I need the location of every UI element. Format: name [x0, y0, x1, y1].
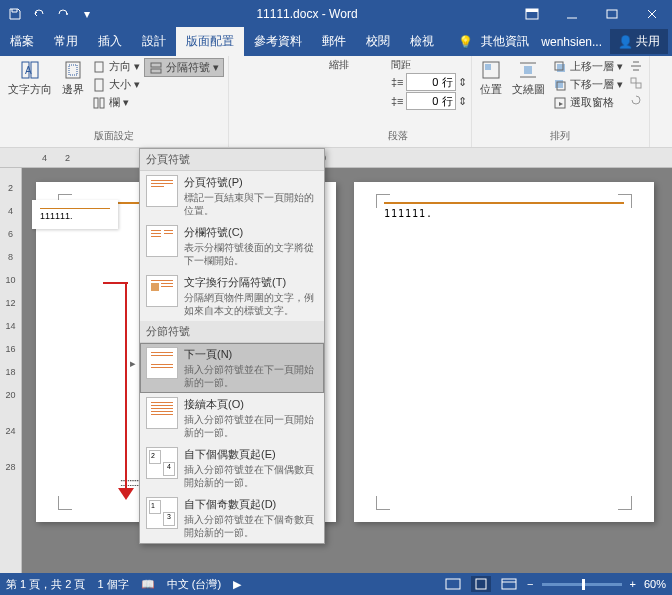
column-break-icon: [146, 225, 178, 257]
menu-column-break[interactable]: 分欄符號(C) 表示分欄符號後面的文字將從下一欄開始。: [140, 221, 324, 271]
web-layout-button[interactable]: [499, 576, 519, 592]
svg-rect-2: [526, 9, 538, 12]
spacing-before-input[interactable]: ‡≡ ⇕: [391, 73, 467, 91]
save-button[interactable]: [4, 3, 26, 25]
customize-qat-button[interactable]: ▾: [76, 3, 98, 25]
spacing-after-icon: ‡≡: [391, 95, 404, 107]
ribbon: A 文字方向 邊界 方向▾ 大小▾ 欄▾: [0, 56, 672, 148]
svg-rect-18: [524, 66, 532, 74]
section-breaks-header: 分節符號: [140, 321, 324, 343]
breaks-menu: 分頁符號 分頁符號(P) 標記一頁結束與下一頁開始的位置。 分欄符號(C) 表示…: [139, 148, 325, 544]
wrap-text-button[interactable]: 文繞圖: [508, 58, 549, 111]
zoom-level[interactable]: 60%: [644, 578, 666, 590]
svg-rect-21: [557, 64, 565, 72]
title-bar: ▾ 11111.docx - Word: [0, 0, 672, 28]
menu-page-break[interactable]: 分頁符號(P) 標記一頁結束與下一頁開始的位置。: [140, 171, 324, 221]
tab-design[interactable]: 設計: [132, 27, 176, 56]
page-overlay: 111111.: [32, 200, 118, 229]
spacing-before-icon: ‡≡: [391, 76, 404, 88]
rotate-button[interactable]: [627, 92, 645, 108]
tab-review[interactable]: 校閱: [356, 27, 400, 56]
odd-page-icon: 31: [146, 497, 178, 529]
zoom-slider[interactable]: [542, 583, 622, 586]
page-2[interactable]: 111111.: [354, 182, 654, 522]
text-direction-button[interactable]: A 文字方向: [4, 58, 56, 111]
svg-text:A: A: [25, 65, 32, 76]
redo-button[interactable]: [52, 3, 74, 25]
share-button[interactable]: 👤 共用: [610, 29, 668, 54]
print-layout-button[interactable]: [471, 576, 491, 592]
ribbon-group-page-setup: A 文字方向 邊界 方向▾ 大小▾ 欄▾: [0, 56, 229, 147]
group-button[interactable]: [627, 75, 645, 91]
tab-mail[interactable]: 郵件: [312, 27, 356, 56]
svg-rect-33: [502, 579, 516, 589]
text-wrap-icon: [146, 275, 178, 307]
menu-continuous[interactable]: 接續本頁(O) 插入分節符號並在同一頁開始新的一節。: [140, 393, 324, 443]
svg-rect-8: [66, 62, 80, 78]
spacing-after-input[interactable]: ‡≡ ⇕: [391, 92, 467, 110]
quick-access-toolbar: ▾: [0, 3, 102, 25]
tab-references[interactable]: 參考資料: [244, 27, 312, 56]
svg-rect-30: [636, 83, 641, 88]
svg-rect-4: [607, 10, 617, 18]
continuous-icon: [146, 397, 178, 429]
svg-rect-23: [555, 80, 563, 88]
minimize-button[interactable]: [552, 0, 592, 28]
svg-rect-32: [476, 579, 486, 589]
menu-text-wrap-break[interactable]: 文字換行分隔符號(T) 分隔網頁物件周圍的文字，例如來自本文的標號文字。: [140, 271, 324, 321]
page-indicator[interactable]: 第 1 頁，共 2 頁: [6, 577, 85, 592]
close-button[interactable]: [632, 0, 672, 28]
window-controls: [512, 0, 672, 28]
svg-rect-9: [69, 65, 77, 75]
menu-even-page[interactable]: 42 自下個偶數頁起(E) 插入分節符號並在下個偶數頁開始新的一節。: [140, 443, 324, 493]
margins-button[interactable]: 邊界: [58, 58, 88, 111]
language-indicator[interactable]: 中文 (台灣): [167, 577, 221, 592]
ribbon-display-button[interactable]: [512, 0, 552, 28]
svg-rect-6: [31, 62, 38, 78]
tab-insert[interactable]: 插入: [88, 27, 132, 56]
menu-odd-page[interactable]: 31 自下個奇數頁起(D) 插入分節符號並在下個奇數頁開始新的一節。: [140, 493, 324, 543]
bring-forward-button[interactable]: 上移一層▾: [551, 58, 625, 75]
zoom-out-button[interactable]: −: [527, 578, 533, 590]
orientation-button[interactable]: 方向▾: [90, 58, 142, 75]
undo-button[interactable]: [28, 3, 50, 25]
position-button[interactable]: 位置: [476, 58, 506, 111]
even-page-icon: 42: [146, 447, 178, 479]
account-label[interactable]: wenhsien...: [537, 29, 606, 55]
svg-rect-14: [151, 63, 161, 67]
tellme-button[interactable]: 其他資訊: [477, 27, 533, 56]
page-breaks-header: 分頁符號: [140, 149, 324, 171]
svg-rect-31: [446, 579, 460, 589]
ribbon-tabs: 檔案 常用 插入 設計 版面配置 參考資料 郵件 校閱 檢視 💡 其他資訊 we…: [0, 28, 672, 56]
zoom-in-button[interactable]: +: [630, 578, 636, 590]
align-button[interactable]: [627, 58, 645, 74]
svg-rect-11: [95, 79, 103, 91]
tab-home[interactable]: 常用: [44, 27, 88, 56]
tab-layout[interactable]: 版面配置: [176, 27, 244, 56]
vertical-ruler[interactable]: 2 4 6 8 10 12 14 16 18 20 24 28: [0, 168, 22, 578]
tab-file[interactable]: 檔案: [0, 27, 44, 56]
page-2-text[interactable]: 111111.: [384, 208, 624, 219]
menu-submenu-indicator: ▸: [130, 357, 136, 370]
page-break-icon: [146, 175, 178, 207]
breaks-dropdown[interactable]: 分隔符號▾: [144, 58, 224, 77]
workspace: 2 4 6 8 10 12 14 16 18 20 24 28 111111. …: [0, 168, 672, 578]
next-page-icon: [146, 347, 178, 379]
svg-rect-13: [100, 98, 104, 108]
maximize-button[interactable]: [592, 0, 632, 28]
spell-check-icon[interactable]: 📖: [141, 578, 155, 591]
read-mode-button[interactable]: [443, 576, 463, 592]
share-icon: 👤: [618, 35, 633, 49]
size-button[interactable]: 大小▾: [90, 76, 142, 93]
word-count[interactable]: 1 個字: [97, 577, 128, 592]
menu-next-page[interactable]: ▸ 下一頁(N) 插入分節符號並在下一頁開始新的一節。: [140, 343, 324, 393]
horizontal-ruler[interactable]: 4 2 30: [0, 148, 672, 168]
svg-rect-29: [631, 78, 636, 83]
macro-icon[interactable]: ▶: [233, 578, 241, 591]
selection-pane-button[interactable]: 選取窗格: [551, 94, 625, 111]
lightbulb-icon: 💡: [458, 35, 473, 49]
send-backward-button[interactable]: 下移一層▾: [551, 76, 625, 93]
tab-view[interactable]: 檢視: [400, 27, 444, 56]
columns-button[interactable]: 欄▾: [90, 94, 142, 111]
ribbon-group-arrange: 位置 文繞圖 上移一層▾ 下移一層▾ 選取窗格: [472, 56, 650, 147]
